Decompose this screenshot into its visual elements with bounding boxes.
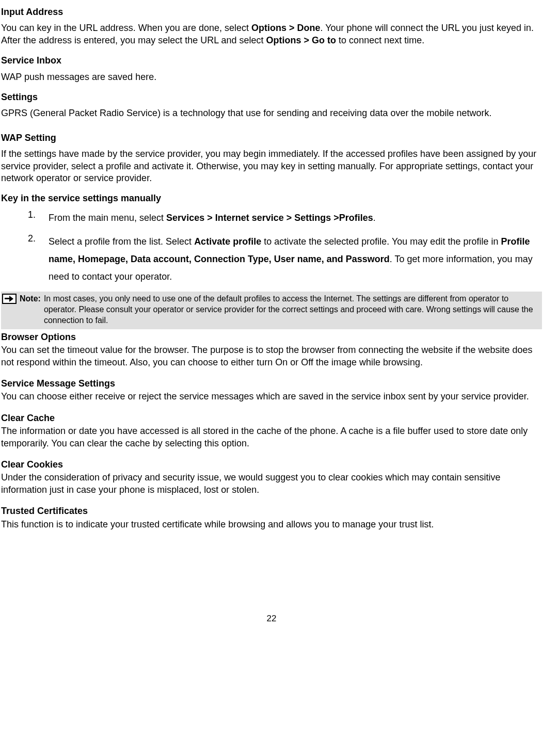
list-body: Select a profile from the list. Select A… [49, 233, 542, 286]
note-icon-wrap [2, 294, 20, 326]
text: You can key in the URL address. When you… [1, 23, 251, 33]
paragraph-browser-options: You can set the timeout value for the br… [1, 344, 542, 368]
text: to connect next time. [336, 35, 424, 45]
paragraph-wap-setting: If the settings have made by the service… [1, 148, 542, 184]
text: Note [20, 294, 38, 303]
list-item: 1. From the main menu, select Services >… [28, 209, 542, 227]
heading-input-address: Input Address [1, 6, 542, 18]
bold-text: Options > Done [251, 23, 321, 33]
text: . [373, 213, 376, 223]
document-page: Input Address You can key in the URL add… [0, 6, 543, 624]
note-text: In most cases, you only need to use one … [44, 294, 541, 326]
list-item: 2. Select a profile from the list. Selec… [28, 233, 542, 286]
page-number: 22 [1, 613, 542, 624]
list-body: From the main menu, select Services > In… [49, 209, 376, 227]
text: : [38, 294, 41, 303]
heading-settings: Settings [1, 91, 542, 103]
paragraph-trusted-certs: This function is to indicate your truste… [1, 519, 542, 530]
note-label: Note: [20, 294, 44, 326]
note-box: Note: In most cases, you only need to us… [1, 292, 542, 329]
text: From the main menu, select [49, 213, 166, 223]
bold-text: Options > Go to [266, 35, 337, 45]
paragraph-clear-cache: The information or date you have accesse… [1, 425, 542, 449]
heading-service-inbox: Service Inbox [1, 55, 542, 67]
heading-clear-cookies: Clear Cookies [1, 459, 542, 471]
heading-key-in: Key in the service settings manually [1, 192, 542, 204]
text: to activate the selected profile. You ma… [261, 236, 501, 247]
bold-text: Services > Internet service > Settings >… [166, 213, 373, 223]
ordered-list: 1. From the main menu, select Services >… [1, 209, 542, 286]
heading-service-message: Service Message Settings [1, 378, 542, 390]
bold-text: Activate profile [194, 236, 261, 247]
paragraph-input-address: You can key in the URL address. When you… [1, 22, 542, 46]
heading-clear-cache: Clear Cache [1, 412, 542, 424]
paragraph-clear-cookies: Under the consideration of privacy and s… [1, 472, 542, 496]
list-number: 2. [28, 233, 49, 286]
paragraph-service-inbox: WAP push messages are saved here. [1, 71, 542, 83]
paragraph-service-message: You can choose either receive or reject … [1, 391, 542, 403]
heading-wap-setting: WAP Setting [1, 132, 542, 144]
text: Select a profile from the list. Select [49, 236, 194, 247]
paragraph-settings: GPRS (General Packet Radio Service) is a… [1, 107, 542, 119]
heading-trusted-certs: Trusted Certificates [1, 505, 542, 517]
list-number: 1. [28, 209, 49, 227]
heading-browser-options: Browser Options [1, 331, 542, 343]
note-arrow-icon [2, 294, 17, 304]
